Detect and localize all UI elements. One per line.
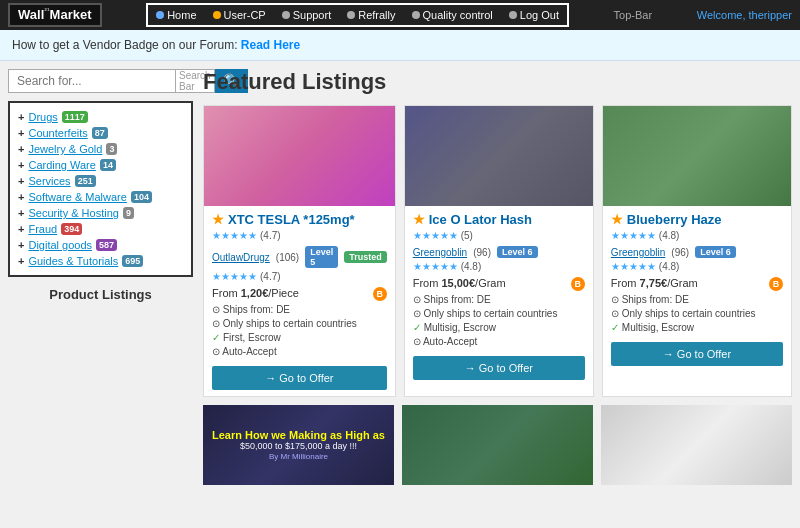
nav-support[interactable]: Support <box>274 5 340 25</box>
detail-ships2-bud: ⊙ Only ships to certain countries <box>611 308 783 319</box>
escrow-icon-xtc: B <box>373 287 387 301</box>
card-body-bud: ★ Blueberry Haze ★★★★★ (4.8) Greengoblin… <box>603 206 791 396</box>
seller-row-xtc: OutlawDrugz (106) Level 5 Trusted <box>212 246 387 268</box>
escrow-icon-hash: B <box>571 277 585 291</box>
go-button-xtc[interactable]: → Go to Offer <box>212 366 387 390</box>
card-hash: ★ Ice O Lator Hash ★★★★★ (5) Greengoblin… <box>404 105 594 397</box>
sidebar: Search Bar 🔍 + Drugs 1117 + Counterfeits… <box>8 69 193 485</box>
go-button-hash[interactable]: → Go to Offer <box>413 356 585 380</box>
top-bar: Wall²¹Market Home User-CP Support Refral… <box>0 0 800 30</box>
banner-text: How to get a Vendor Badge on our Forum: <box>12 38 237 52</box>
card-title-xtc: ★ XTC TESLA *125mg* <box>212 212 387 227</box>
detail-ships-xtc: ⊙ Ships from: DE <box>212 304 387 315</box>
card-bud: ★ Blueberry Haze ★★★★★ (4.8) Greengoblin… <box>602 105 792 397</box>
bottom-card-ad: Learn How we Making as High as $50,000 t… <box>203 405 394 485</box>
seller-stars-bud: ★★★★★ (4.8) <box>611 261 783 272</box>
user-icon <box>213 11 221 19</box>
star-icon: ★ <box>212 212 224 227</box>
detail-auto-xtc: ⊙ Auto-Accept <box>212 346 387 357</box>
stars-row-xtc: ★★★★★ (4.7) <box>212 230 387 241</box>
trusted-badge-xtc: Trusted <box>344 251 387 263</box>
nav-refrally[interactable]: Refrally <box>339 5 403 25</box>
bottom-card-green <box>402 405 593 485</box>
detail-escrow-xtc: ✓ First, Escrow <box>212 332 387 343</box>
seller-stars-hash: ★★★★★ (4.8) <box>413 261 585 272</box>
featured-title: Featured Listings <box>203 69 792 95</box>
home-icon <box>156 11 164 19</box>
star-icon: ★ <box>611 212 623 227</box>
category-guides[interactable]: + Guides & Tutorials 695 <box>18 253 183 269</box>
nav-home[interactable]: Home <box>148 5 204 25</box>
seller-link-bud[interactable]: Greengoblin <box>611 247 665 258</box>
price-row-hash: From 15,00€/Gram B <box>413 277 585 291</box>
logout-icon <box>509 11 517 19</box>
featured-cards-row: ★ XTC TESLA *125mg* ★★★★★ (4.7) OutlawDr… <box>203 105 792 397</box>
category-fraud[interactable]: + Fraud 394 <box>18 221 183 237</box>
banner-link[interactable]: Read Here <box>241 38 300 52</box>
seller-link-xtc[interactable]: OutlawDrugz <box>212 252 270 263</box>
level-badge-hash: Level 6 <box>497 246 538 258</box>
detail-ships-hash: ⊙ Ships from: DE <box>413 294 585 305</box>
card-body-hash: ★ Ice O Lator Hash ★★★★★ (5) Greengoblin… <box>405 206 593 396</box>
card-image-xtc <box>204 106 395 206</box>
detail-escrow-hash: ✓ Multisig, Escrow <box>413 322 585 333</box>
username: theripper <box>749 9 792 21</box>
stars-row-hash: ★★★★★ (5) <box>413 230 585 241</box>
seller-link-hash[interactable]: Greengoblin <box>413 247 467 258</box>
category-digital[interactable]: + Digital goods 587 <box>18 237 183 253</box>
detail-ships-bud: ⊙ Ships from: DE <box>611 294 783 305</box>
category-services[interactable]: + Services 251 <box>18 173 183 189</box>
card-title-bud: ★ Blueberry Haze <box>611 212 783 227</box>
escrow-icon-bud: B <box>769 277 783 291</box>
card-image-bud <box>603 106 791 206</box>
category-software[interactable]: + Software & Malware 104 <box>18 189 183 205</box>
bottom-image-row: Learn How we Making as High as $50,000 t… <box>203 405 792 485</box>
category-box: + Drugs 1117 + Counterfeits 87 + Jewelry… <box>8 101 193 277</box>
detail-escrow-bud: ✓ Multisig, Escrow <box>611 322 783 333</box>
card-image-hash <box>405 106 593 206</box>
category-jewelry[interactable]: + Jewelry & Gold 3 <box>18 141 183 157</box>
nav-links: Home User-CP Support Refrally Quality co… <box>146 3 569 27</box>
bottom-card-white <box>601 405 792 485</box>
welcome-text: Welcome, theripper <box>697 9 792 21</box>
support-icon <box>282 11 290 19</box>
price-row-xtc: From 1,20€/Piece B <box>212 287 387 301</box>
go-button-bud[interactable]: → Go to Offer <box>611 342 783 366</box>
search-input[interactable] <box>8 69 176 93</box>
seller-stars-xtc: ★★★★★ (4.7) <box>212 271 387 282</box>
detail-ships2-hash: ⊙ Only ships to certain countries <box>413 308 585 319</box>
main-layout: Search Bar 🔍 + Drugs 1117 + Counterfeits… <box>0 61 800 493</box>
category-carding[interactable]: + Carding Ware 14 <box>18 157 183 173</box>
topbar-label: Top-Bar <box>614 9 653 21</box>
quality-icon <box>412 11 420 19</box>
stars-row-bud: ★★★★★ (4.8) <box>611 230 783 241</box>
category-counterfeits[interactable]: + Counterfeits 87 <box>18 125 183 141</box>
logo: Wall²¹Market <box>8 3 102 26</box>
card-title-hash: ★ Ice O Lator Hash <box>413 212 585 227</box>
nav-quality[interactable]: Quality control <box>404 5 501 25</box>
category-security[interactable]: + Security & Hosting 9 <box>18 205 183 221</box>
level-badge-xtc: Level 5 <box>305 246 338 268</box>
content: Featured Listings ★ XTC TESLA *125mg* ★★… <box>203 69 792 485</box>
card-xtc: ★ XTC TESLA *125mg* ★★★★★ (4.7) OutlawDr… <box>203 105 396 397</box>
nav-user-cp[interactable]: User-CP <box>205 5 274 25</box>
banner: How to get a Vendor Badge on our Forum: … <box>0 30 800 61</box>
detail-auto-hash: ⊙ Auto-Accept <box>413 336 585 347</box>
detail-ships2-xtc: ⊙ Only ships to certain countries <box>212 318 387 329</box>
product-listings-title: Product Listings <box>8 287 193 302</box>
card-body-xtc: ★ XTC TESLA *125mg* ★★★★★ (4.7) OutlawDr… <box>204 206 395 396</box>
refrally-icon <box>347 11 355 19</box>
price-row-bud: From 7,75€/Gram B <box>611 277 783 291</box>
seller-row-hash: Greengoblin (96) Level 6 <box>413 246 585 258</box>
search-bar: Search Bar 🔍 <box>8 69 193 93</box>
category-drugs[interactable]: + Drugs 1117 <box>18 109 183 125</box>
nav-logout[interactable]: Log Out <box>501 5 567 25</box>
level-badge-bud: Level 6 <box>695 246 736 258</box>
star-icon: ★ <box>413 212 425 227</box>
seller-row-bud: Greengoblin (96) Level 6 <box>611 246 783 258</box>
